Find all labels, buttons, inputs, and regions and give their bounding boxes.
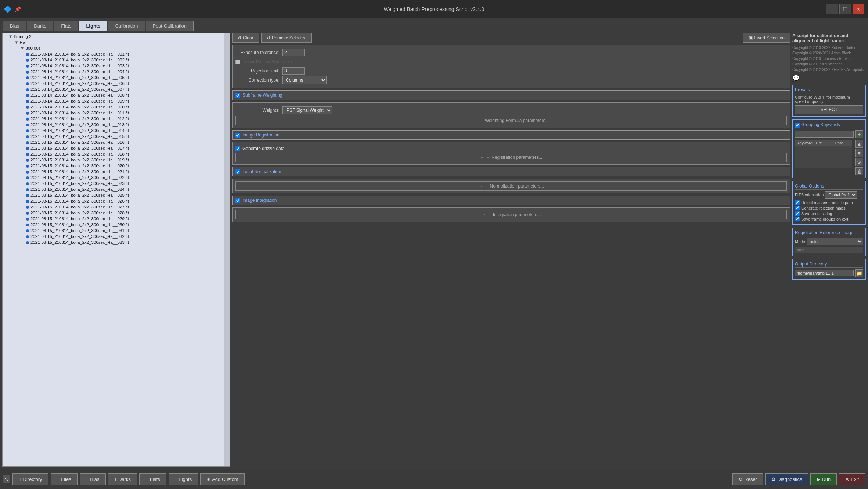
tree-file-item[interactable]: 2021-08-15_210814_bolla_2x2_300sec_Ha__0…: [3, 228, 224, 233]
reset-icon: ↺: [739, 476, 743, 482]
tree-subgroup-300s[interactable]: ▼ 300.00s: [3, 45, 224, 51]
weighting-formula-button[interactable]: → → Weighting Formula parameters...: [235, 116, 787, 125]
tree-scrollbar[interactable]: [224, 33, 230, 466]
add-directory-button[interactable]: + Directory: [12, 473, 48, 485]
keyword-input[interactable]: [795, 131, 854, 138]
tree-file-item[interactable]: 2021-08-15_210814_bolla_2x2_300sec_Ha__0…: [3, 186, 224, 192]
detect-masters-checkbox[interactable]: [795, 200, 800, 205]
tree-file-item[interactable]: 2021-08-15_210814_bolla_2x2_300sec_Ha__0…: [3, 233, 224, 239]
tree-file-item[interactable]: 2021-08-15_210814_bolla_2x2_300sec_Ha__0…: [3, 133, 224, 139]
tree-file-item[interactable]: 2021-08-14_210814_bolla_2x2_300sec_Ha__0…: [3, 128, 224, 133]
linear-pattern-checkbox[interactable]: [235, 60, 240, 64]
tab-bias[interactable]: Bias: [3, 21, 26, 31]
tree-file-item[interactable]: 2021-08-14_210814_bolla_2x2_300sec_Ha__0…: [3, 81, 224, 86]
tab-post-calibration[interactable]: Post-Calibration: [146, 21, 194, 31]
tree-file-item[interactable]: 2021-08-14_210814_bolla_2x2_300sec_Ha__0…: [3, 92, 224, 98]
tree-file-item[interactable]: 2021-08-15_210814_bolla_2x2_300sec_Ha__0…: [3, 151, 224, 157]
local-normalization-link[interactable]: Local Normalization: [242, 169, 281, 174]
exit-button[interactable]: ✕ Exit: [839, 473, 865, 485]
save-process-checkbox[interactable]: [795, 211, 800, 216]
tree-file-item[interactable]: 2021-08-14_210814_bolla_2x2_300sec_Ha__0…: [3, 51, 224, 57]
rejection-limit-input[interactable]: [282, 67, 305, 75]
registration-params-button[interactable]: → → Registration parameters...: [235, 153, 787, 162]
image-integration-link[interactable]: Image Integration: [242, 198, 277, 203]
close-button[interactable]: ✕: [853, 4, 864, 14]
tree-file-item[interactable]: 2021-08-15_210814_bolla_2x2_300sec_Ha__0…: [3, 239, 224, 245]
generate-drizzle-checkbox[interactable]: [235, 146, 240, 151]
normalization-params-button[interactable]: → → Normalization parameters...: [235, 181, 787, 191]
image-registration-link[interactable]: Image Registration: [242, 132, 280, 138]
kw-down-button[interactable]: ▼: [855, 149, 863, 157]
tree-file-item[interactable]: 2021-08-14_210814_bolla_2x2_300sec_Ha__0…: [3, 63, 224, 69]
tab-darks[interactable]: Darks: [27, 21, 53, 31]
mode-select[interactable]: auto manual: [807, 238, 863, 245]
keyword-table-body[interactable]: [795, 146, 852, 168]
weights-select[interactable]: PSF Signal Weight SNR Weight: [282, 106, 332, 114]
integration-params-button[interactable]: → → Integration parameters...: [235, 210, 787, 219]
clear-button[interactable]: ↺ Clear: [232, 33, 259, 43]
tree-file-item[interactable]: 2021-08-15_210814_bolla_2x2_300sec_Ha__0…: [3, 157, 224, 163]
tree-file-item[interactable]: 2021-08-14_210814_bolla_2x2_300sec_Ha__0…: [3, 98, 224, 104]
invert-selection-button[interactable]: ▣ Invert Selection: [743, 33, 790, 43]
save-frame-groups-checkbox[interactable]: [795, 217, 800, 221]
tree-file-item[interactable]: 2021-08-15_210814_bolla_2x2_300sec_Ha__0…: [3, 163, 224, 169]
tree-file-item[interactable]: 2021-08-15_210814_bolla_2x2_300sec_Ha__0…: [3, 210, 224, 216]
presets-select-button[interactable]: SELECT: [795, 105, 863, 114]
fits-orientation-select[interactable]: Global Pref Top-Left Bottom-Left: [825, 191, 857, 199]
tree-file-item[interactable]: 2021-08-15_210814_bolla_2x2_300sec_Ha__0…: [3, 175, 224, 181]
tree-file-item[interactable]: 2021-08-15_210814_bolla_2x2_300sec_Ha__0…: [3, 181, 224, 186]
tree-group-ha[interactable]: ▼ Ha: [3, 39, 224, 45]
tab-calibration[interactable]: Calibration: [108, 21, 145, 31]
tree-root[interactable]: ▼ Binning 2: [3, 33, 224, 39]
exposure-tolerance-input[interactable]: [282, 49, 305, 56]
kw-settings-button[interactable]: ⚙: [855, 158, 863, 166]
tree-file-item[interactable]: 2021-08-15_210814_bolla_2x2_300sec_Ha__0…: [3, 169, 224, 175]
add-flats-button[interactable]: + Flats: [139, 473, 166, 485]
maximize-button[interactable]: ❐: [839, 4, 851, 14]
tree-file-item[interactable]: 2021-08-14_210814_bolla_2x2_300sec_Ha__0…: [3, 57, 224, 63]
grouping-checkbox[interactable]: [795, 123, 800, 128]
auto-input[interactable]: [795, 247, 863, 253]
reset-button[interactable]: ↺ Reset: [732, 473, 763, 485]
tree-file-item[interactable]: 2021-08-14_210814_bolla_2x2_300sec_Ha__0…: [3, 122, 224, 128]
tree-file-item[interactable]: 2021-08-14_210814_bolla_2x2_300sec_Ha__0…: [3, 86, 224, 92]
add-files-button[interactable]: + Files: [51, 473, 78, 485]
tree-file-item[interactable]: 2021-08-14_210814_bolla_2x2_300sec_Ha__0…: [3, 75, 224, 81]
tree-file-item[interactable]: 2021-08-15_210814_bolla_2x2_300sec_Ha__0…: [3, 145, 224, 151]
tree-file-item[interactable]: 2021-08-14_210814_bolla_2x2_300sec_Ha__0…: [3, 116, 224, 122]
tree-file-item[interactable]: 2021-08-15_210814_bolla_2x2_300sec_Ha__0…: [3, 204, 224, 210]
tree-file-item[interactable]: 2021-08-15_210814_bolla_2x2_300sec_Ha__0…: [3, 222, 224, 228]
kw-up-button[interactable]: ▲: [855, 140, 863, 148]
tree-file-item[interactable]: 2021-08-14_210814_bolla_2x2_300sec_Ha__0…: [3, 104, 224, 110]
kw-delete-button[interactable]: 🗑: [855, 167, 863, 175]
image-registration-checkbox[interactable]: [235, 133, 240, 138]
pin-icon: 📌: [15, 6, 21, 12]
tab-flats[interactable]: Flats: [54, 21, 78, 31]
output-path-input[interactable]: [795, 270, 854, 276]
subframe-weighting-checkbox[interactable]: [235, 93, 240, 98]
add-custom-button[interactable]: ⊞ Add Custom: [200, 473, 245, 485]
tab-lights[interactable]: Lights: [79, 21, 107, 31]
tree-file-item[interactable]: 2021-08-15_210814_bolla_2x2_300sec_Ha__0…: [3, 198, 224, 204]
tree-file-item[interactable]: 2021-08-15_210814_bolla_2x2_300sec_Ha__0…: [3, 192, 224, 198]
minimize-button[interactable]: —: [826, 4, 838, 14]
browse-folder-button[interactable]: 📁: [855, 269, 863, 277]
tree-file-item[interactable]: 2021-08-14_210814_bolla_2x2_300sec_Ha__0…: [3, 69, 224, 75]
local-normalization-checkbox[interactable]: [235, 169, 240, 174]
gen-rejection-checkbox[interactable]: [795, 206, 800, 210]
tree-file-item[interactable]: 2021-08-15_210814_bolla_2x2_300sec_Ha__0…: [3, 216, 224, 222]
middle-panel: ↺ Clear ↺ Remove Selected ▣ Invert Selec…: [232, 33, 790, 467]
subframe-weighting-link[interactable]: Subframe Weighting: [242, 93, 282, 98]
add-darks-button[interactable]: + Darks: [108, 473, 137, 485]
tree-file-item[interactable]: 2021-08-14_210814_bolla_2x2_300sec_Ha__0…: [3, 110, 224, 116]
add-lights-button[interactable]: + Lights: [169, 473, 198, 485]
image-integration-checkbox[interactable]: [235, 198, 240, 203]
add-bias-button[interactable]: + Bias: [80, 473, 106, 485]
tree-file-item[interactable]: 2021-08-15_210814_bolla_2x2_300sec_Ha__0…: [3, 139, 224, 145]
correction-type-select[interactable]: Columns Rows: [282, 76, 327, 84]
file-tree[interactable]: ▼ Binning 2▼ Ha▼ 300.00s2021-08-14_21081…: [3, 33, 224, 466]
run-button[interactable]: ▶ Run: [810, 473, 837, 485]
keyword-add-button[interactable]: +: [855, 130, 863, 138]
diagnostics-button[interactable]: ⚙ Diagnostics: [765, 473, 808, 485]
remove-selected-button[interactable]: ↺ Remove Selected: [261, 33, 312, 43]
